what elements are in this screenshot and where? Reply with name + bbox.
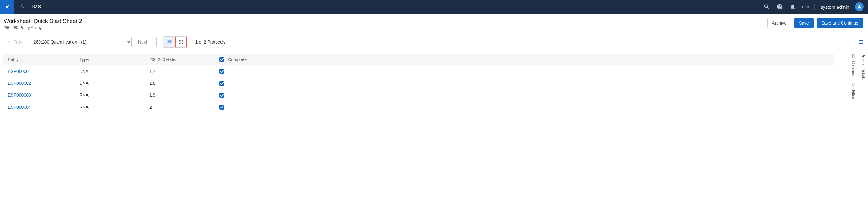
- complete-header-label: Complete: [228, 57, 247, 62]
- cell-complete[interactable]: [215, 101, 285, 113]
- entity-link[interactable]: ESP000004: [8, 105, 31, 110]
- grid-wrapper: Entity Type 260:280 Ratio Complete ESP00…: [0, 51, 848, 113]
- cell-type[interactable]: RNA: [75, 101, 145, 113]
- svg-rect-12: [170, 42, 171, 42]
- cell-fill: [285, 77, 834, 89]
- entity-link[interactable]: ESP000001: [8, 69, 31, 74]
- svg-rect-3: [169, 41, 169, 41]
- help-icon: [777, 4, 783, 10]
- complete-header-checkbox[interactable]: [219, 57, 224, 62]
- svg-rect-6: [171, 41, 172, 41]
- content-area: Entity Type 260:280 Ratio Complete ESP00…: [0, 51, 868, 113]
- cell-fill: [285, 89, 834, 101]
- cell-type[interactable]: DNA: [75, 65, 145, 77]
- page-subtitle: 260:280 Purity Assay: [4, 25, 82, 30]
- page-header: Worksheet: Quick Start Sheet 2 260:280 P…: [0, 14, 868, 34]
- env-label: esp: [802, 4, 809, 9]
- svg-rect-21: [179, 40, 180, 41]
- next-button[interactable]: Next: [134, 37, 157, 47]
- view-toggle-cards[interactable]: [163, 37, 175, 47]
- save-button[interactable]: Save: [794, 18, 813, 28]
- svg-rect-8: [167, 42, 168, 42]
- help-button[interactable]: [776, 3, 783, 10]
- cell-fill: [285, 65, 834, 77]
- svg-rect-7: [167, 42, 167, 42]
- svg-rect-1: [167, 41, 168, 41]
- cell-complete[interactable]: [215, 65, 285, 77]
- cell-ratio[interactable]: 2: [145, 101, 215, 113]
- svg-rect-15: [167, 43, 168, 43]
- entity-link[interactable]: ESP000003: [8, 92, 31, 97]
- rail-columns[interactable]: Columns Filters: [848, 51, 858, 113]
- prev-label: Prev: [13, 39, 22, 44]
- cell-ratio[interactable]: 1.9: [145, 89, 215, 101]
- svg-rect-10: [169, 42, 169, 42]
- chevron-double-left-icon: [4, 4, 10, 10]
- avatar[interactable]: [855, 2, 864, 11]
- rail-filters-label: Filters: [851, 90, 856, 100]
- right-menu-button[interactable]: [856, 37, 866, 47]
- protocol-select[interactable]: 260:280 Quantification - (1): [29, 37, 132, 47]
- toolbar: Prev 260:280 Quantification - (1) Next: [0, 34, 868, 51]
- archive-button[interactable]: Archive: [767, 18, 791, 28]
- cell-complete[interactable]: [215, 77, 285, 89]
- table-row[interactable]: ESP000001DNA1.7: [3, 65, 834, 77]
- cell-ratio[interactable]: 1.7: [145, 65, 215, 77]
- complete-checkbox[interactable]: [219, 105, 224, 110]
- back-button[interactable]: [0, 0, 14, 14]
- svg-rect-24: [179, 42, 180, 42]
- col-header-fill: [285, 54, 834, 65]
- grid-icon: [178, 39, 184, 45]
- view-toggle-group: [163, 36, 187, 48]
- complete-checkbox[interactable]: [219, 93, 224, 98]
- notifications-button[interactable]: [789, 3, 797, 10]
- svg-rect-28: [181, 43, 181, 43]
- complete-checkbox[interactable]: [219, 81, 224, 86]
- rail-columns-label: Columns: [851, 61, 856, 76]
- svg-rect-27: [179, 43, 180, 43]
- view-toggle-table[interactable]: [175, 37, 187, 47]
- svg-rect-23: [182, 40, 183, 41]
- username-label[interactable]: system admin: [820, 4, 849, 10]
- table-row[interactable]: ESP000003RNA1.9: [3, 89, 834, 101]
- svg-rect-19: [170, 43, 171, 43]
- svg-rect-29: [182, 43, 183, 43]
- col-header-ratio[interactable]: 260:280 Ratio: [145, 54, 215, 65]
- save-continue-button[interactable]: Save and Continue: [817, 18, 863, 28]
- svg-rect-5: [170, 41, 171, 41]
- search-icon: [764, 4, 770, 10]
- svg-rect-25: [181, 42, 181, 42]
- app-name: LIMS: [29, 4, 41, 10]
- complete-checkbox[interactable]: [219, 69, 224, 74]
- cell-type[interactable]: DNA: [75, 77, 145, 89]
- svg-marker-36: [851, 84, 855, 87]
- cell-type[interactable]: RNA: [75, 89, 145, 101]
- col-header-entity[interactable]: Entity: [3, 54, 75, 65]
- bell-icon: [789, 4, 796, 10]
- divider: [814, 4, 815, 10]
- col-header-type[interactable]: Type: [75, 54, 145, 65]
- cell-ratio[interactable]: 1.8: [145, 77, 215, 89]
- svg-rect-17: [169, 43, 169, 43]
- svg-rect-14: [167, 43, 167, 43]
- rail-protocol-details-label: Protocol Details: [861, 54, 866, 80]
- protocol-count: 1 of 2 Protocols: [195, 39, 225, 44]
- cell-complete[interactable]: [215, 89, 285, 101]
- entity-link[interactable]: ESP000002: [8, 81, 31, 86]
- svg-rect-9: [168, 42, 169, 42]
- data-grid: Entity Type 260:280 Ratio Complete ESP00…: [3, 54, 834, 113]
- prev-button[interactable]: Prev: [4, 37, 26, 47]
- svg-rect-0: [167, 41, 167, 41]
- menu-icon: [858, 39, 864, 45]
- col-header-complete[interactable]: Complete: [215, 54, 285, 65]
- topbar: LIMS esp system admin: [0, 0, 868, 14]
- svg-rect-26: [182, 42, 183, 42]
- svg-rect-33: [851, 55, 852, 58]
- rail-protocol-details[interactable]: Protocol Details: [858, 51, 868, 113]
- search-button[interactable]: [763, 3, 770, 10]
- table-row[interactable]: ESP000004RNA2: [3, 101, 834, 113]
- svg-rect-20: [171, 43, 172, 43]
- svg-rect-34: [853, 55, 854, 58]
- table-row[interactable]: ESP000002DNA1.8: [3, 77, 834, 89]
- filter-icon: [851, 83, 856, 88]
